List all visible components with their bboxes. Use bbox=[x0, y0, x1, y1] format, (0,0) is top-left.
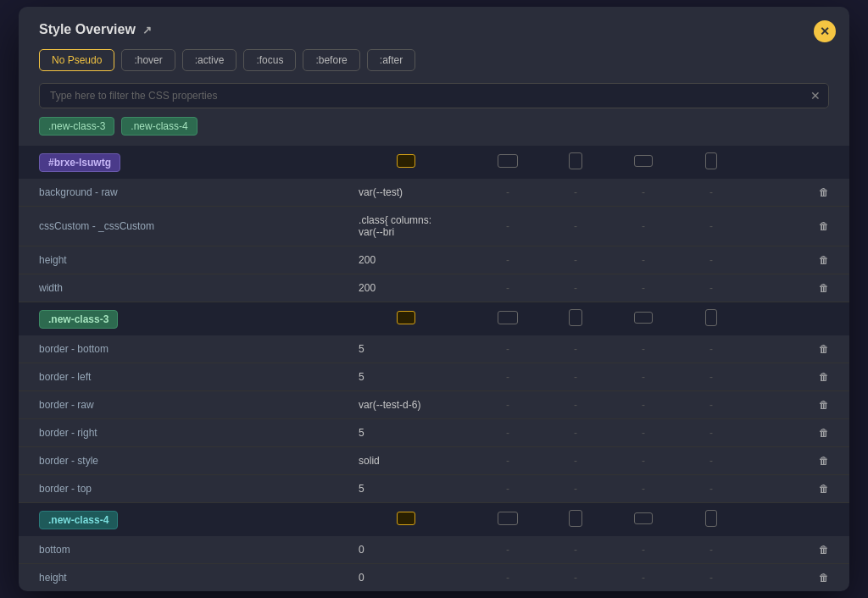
d1-value: - bbox=[474, 179, 542, 207]
base-value: var(--test-d-6) bbox=[338, 391, 474, 419]
base-icon bbox=[338, 146, 474, 179]
property-name: background - raw bbox=[19, 179, 338, 207]
delete-icon[interactable]: 🗑 bbox=[745, 335, 849, 363]
style-overview-modal: Style Overview ↗ ✕ No Pseudo:hover:activ… bbox=[19, 7, 849, 591]
d1-value: - bbox=[474, 207, 542, 246]
base-value: 5 bbox=[338, 363, 474, 391]
pseudo-tab-5[interactable]: :after bbox=[367, 49, 415, 71]
table-row: width 200 - - - - 🗑 bbox=[19, 274, 849, 302]
section-label: .new-class-3 bbox=[39, 310, 118, 329]
delete-icon[interactable]: 🗑 bbox=[745, 419, 849, 447]
section-label: #brxe-lsuwtg bbox=[39, 153, 120, 172]
delete-icon[interactable]: 🗑 bbox=[745, 274, 849, 302]
filter-input[interactable] bbox=[39, 83, 829, 108]
d1-value: - bbox=[474, 475, 542, 503]
d2-value: - bbox=[542, 419, 609, 447]
d2-value: - bbox=[542, 564, 609, 592]
pseudo-tab-0[interactable]: No Pseudo bbox=[39, 49, 114, 71]
base-value: 5 bbox=[338, 475, 474, 503]
delete-icon[interactable]: 🗑 bbox=[745, 391, 849, 419]
property-name: bottom bbox=[19, 536, 338, 564]
table-row: background - raw var(--test) - - - - 🗑 bbox=[19, 179, 849, 207]
property-name: width bbox=[19, 274, 338, 302]
d2-value: - bbox=[542, 363, 609, 391]
close-button[interactable]: ✕ bbox=[814, 20, 836, 42]
pseudo-tab-1[interactable]: :hover bbox=[121, 49, 175, 71]
d2-value: - bbox=[542, 475, 609, 503]
d3-value: - bbox=[609, 391, 677, 419]
delete-icon[interactable]: 🗑 bbox=[745, 447, 849, 475]
section-header-new-class-4: .new-class-4 bbox=[19, 503, 849, 537]
class-tags: .new-class-3.new-class-4 bbox=[19, 117, 849, 146]
table-row: bottom 0 - - - - 🗑 bbox=[19, 536, 849, 564]
table-row: border - raw var(--test-d-6) - - - - 🗑 bbox=[19, 391, 849, 419]
property-name: border - style bbox=[19, 447, 338, 475]
d4-value: - bbox=[677, 335, 745, 363]
d4-value: - bbox=[677, 564, 745, 592]
d4-value: - bbox=[677, 536, 745, 564]
device-icon-4 bbox=[677, 503, 745, 537]
modal-header: Style Overview ↗ ✕ bbox=[19, 7, 849, 49]
d3-value: - bbox=[609, 536, 677, 564]
property-name: border - bottom bbox=[19, 335, 338, 363]
d1-value: - bbox=[474, 536, 542, 564]
d4-value: - bbox=[677, 391, 745, 419]
d1-value: - bbox=[474, 274, 542, 302]
d1-value: - bbox=[474, 363, 542, 391]
d4-value: - bbox=[677, 363, 745, 391]
d2-value: - bbox=[542, 536, 609, 564]
pseudo-tabs-bar: No Pseudo:hover:active:focus:before:afte… bbox=[19, 49, 849, 83]
d4-value: - bbox=[677, 419, 745, 447]
section-header-new-class-3: .new-class-3 bbox=[19, 302, 849, 336]
base-value: solid bbox=[338, 447, 474, 475]
pseudo-tab-2[interactable]: :active bbox=[182, 49, 237, 71]
d1-value: - bbox=[474, 447, 542, 475]
d4-value: - bbox=[677, 207, 745, 246]
d3-value: - bbox=[609, 207, 677, 246]
property-name: height bbox=[19, 246, 338, 274]
base-value: 5 bbox=[338, 335, 474, 363]
pseudo-tab-4[interactable]: :before bbox=[303, 49, 359, 71]
delete-icon[interactable]: 🗑 bbox=[745, 363, 849, 391]
properties-table-container[interactable]: #brxe-lsuwtg background - raw var(--test… bbox=[19, 146, 849, 591]
base-value: 200 bbox=[338, 246, 474, 274]
pseudo-tab-3[interactable]: :focus bbox=[243, 49, 296, 71]
delete-icon[interactable]: 🗑 bbox=[745, 179, 849, 207]
d3-value: - bbox=[609, 335, 677, 363]
class-tag-0[interactable]: .new-class-3 bbox=[39, 117, 114, 136]
d3-value: - bbox=[609, 274, 677, 302]
base-icon bbox=[338, 503, 474, 537]
d3-value: - bbox=[609, 447, 677, 475]
d3-value: - bbox=[609, 246, 677, 274]
device-icon-4 bbox=[677, 146, 745, 179]
d2-value: - bbox=[542, 207, 609, 246]
d1-value: - bbox=[474, 391, 542, 419]
delete-icon[interactable]: 🗑 bbox=[745, 246, 849, 274]
d4-value: - bbox=[677, 246, 745, 274]
d4-value: - bbox=[677, 179, 745, 207]
table-row: border - left 5 - - - - 🗑 bbox=[19, 363, 849, 391]
delete-icon[interactable]: 🗑 bbox=[745, 207, 849, 246]
delete-icon[interactable]: 🗑 bbox=[745, 475, 849, 503]
base-value: .class{ columns: var(--bri bbox=[338, 207, 474, 246]
table-row: border - top 5 - - - - 🗑 bbox=[19, 475, 849, 503]
table-row: border - right 5 - - - - 🗑 bbox=[19, 419, 849, 447]
property-name: border - right bbox=[19, 419, 338, 447]
delete-icon[interactable]: 🗑 bbox=[745, 564, 849, 592]
d1-value: - bbox=[474, 335, 542, 363]
device-icon-2 bbox=[542, 146, 609, 179]
base-value: 0 bbox=[338, 564, 474, 592]
filter-clear-icon[interactable]: ✕ bbox=[810, 89, 821, 102]
delete-icon[interactable]: 🗑 bbox=[745, 536, 849, 564]
properties-table: #brxe-lsuwtg background - raw var(--test… bbox=[19, 146, 849, 591]
class-tag-1[interactable]: .new-class-4 bbox=[121, 117, 197, 136]
d2-value: - bbox=[542, 179, 609, 207]
table-row: height 0 - - - - 🗑 bbox=[19, 564, 849, 592]
device-icon-2 bbox=[542, 302, 609, 336]
d2-value: - bbox=[542, 274, 609, 302]
device-icon-3 bbox=[609, 503, 677, 537]
d4-value: - bbox=[677, 447, 745, 475]
d3-value: - bbox=[609, 179, 677, 207]
external-link-icon[interactable]: ↗ bbox=[142, 24, 152, 36]
property-name: height bbox=[19, 564, 338, 592]
